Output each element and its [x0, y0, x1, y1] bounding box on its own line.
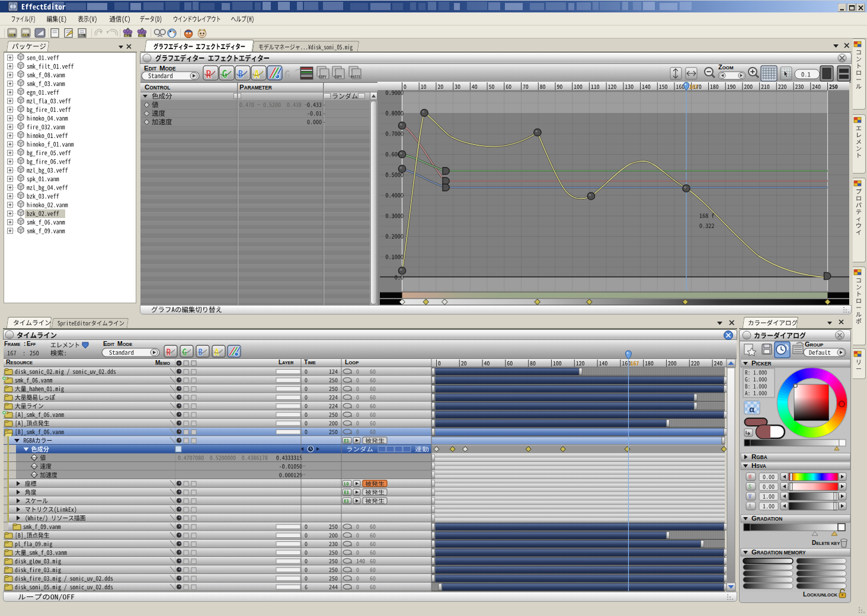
svg-text:ZOOM: ZOOM — [718, 63, 734, 70]
svg-text:RGBA: RGBA — [751, 453, 767, 460]
svg-text:EDIT: EDIT — [144, 65, 156, 72]
svg-text:PARAMETER: PARAMETER — [239, 84, 272, 91]
svg-text:EDIT: EDIT — [103, 340, 115, 347]
svg-text:GROUP: GROUP — [805, 341, 823, 348]
svg-text:MEMO: MEMO — [155, 360, 170, 366]
svg-text:DELETE KEY: DELETE KEY — [812, 540, 840, 546]
svg-text:FRAME: FRAME — [4, 341, 20, 347]
svg-text:RESOURCE: RESOURCE — [6, 358, 33, 365]
svg-text:MODE: MODE — [117, 340, 132, 347]
svg-text:PICKER: PICKER — [751, 360, 772, 367]
svg-text:EFF: EFF — [27, 341, 36, 347]
svg-text:GRADATION: GRADATION — [751, 515, 782, 522]
svg-text:LAYER: LAYER — [279, 359, 294, 365]
svg-text:TIME: TIME — [304, 358, 316, 365]
svg-text:CONTROL: CONTROL — [145, 84, 170, 91]
svg-text:LOOP: LOOP — [345, 358, 359, 365]
svg-text::: : — [24, 341, 25, 347]
svg-text:GRADATION MEMORY: GRADATION MEMORY — [751, 548, 806, 556]
svg-text:HSVA: HSVA — [751, 462, 766, 469]
svg-text:MODE: MODE — [159, 65, 176, 72]
